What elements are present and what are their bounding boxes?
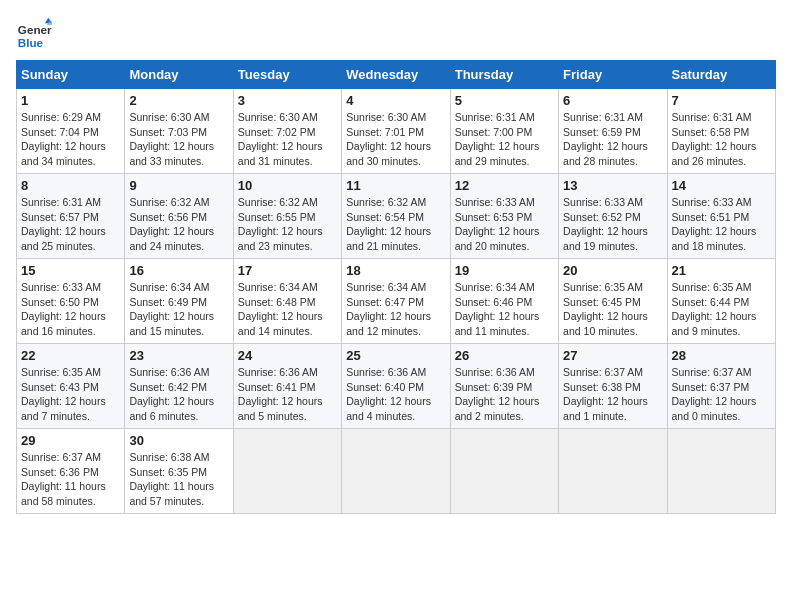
- day-number: 9: [129, 178, 228, 193]
- calendar-cell: 4 Sunrise: 6:30 AM Sunset: 7:01 PM Dayli…: [342, 89, 450, 174]
- day-number: 5: [455, 93, 554, 108]
- day-info: Sunrise: 6:33 AM Sunset: 6:51 PM Dayligh…: [672, 195, 771, 254]
- day-number: 23: [129, 348, 228, 363]
- day-info: Sunrise: 6:30 AM Sunset: 7:03 PM Dayligh…: [129, 110, 228, 169]
- svg-text:Blue: Blue: [18, 36, 44, 49]
- day-info: Sunrise: 6:34 AM Sunset: 6:46 PM Dayligh…: [455, 280, 554, 339]
- day-number: 12: [455, 178, 554, 193]
- day-info: Sunrise: 6:37 AM Sunset: 6:38 PM Dayligh…: [563, 365, 662, 424]
- day-number: 4: [346, 93, 445, 108]
- day-number: 1: [21, 93, 120, 108]
- calendar-cell: 19 Sunrise: 6:34 AM Sunset: 6:46 PM Dayl…: [450, 259, 558, 344]
- day-info: Sunrise: 6:34 AM Sunset: 6:47 PM Dayligh…: [346, 280, 445, 339]
- day-info: Sunrise: 6:35 AM Sunset: 6:43 PM Dayligh…: [21, 365, 120, 424]
- day-number: 19: [455, 263, 554, 278]
- day-info: Sunrise: 6:38 AM Sunset: 6:35 PM Dayligh…: [129, 450, 228, 509]
- day-number: 17: [238, 263, 337, 278]
- calendar-cell: 15 Sunrise: 6:33 AM Sunset: 6:50 PM Dayl…: [17, 259, 125, 344]
- weekday-header-sunday: Sunday: [17, 61, 125, 89]
- calendar-week-row: 29 Sunrise: 6:37 AM Sunset: 6:36 PM Dayl…: [17, 429, 776, 514]
- day-number: 16: [129, 263, 228, 278]
- day-number: 29: [21, 433, 120, 448]
- calendar-cell: 27 Sunrise: 6:37 AM Sunset: 6:38 PM Dayl…: [559, 344, 667, 429]
- day-number: 3: [238, 93, 337, 108]
- calendar-cell: 28 Sunrise: 6:37 AM Sunset: 6:37 PM Dayl…: [667, 344, 775, 429]
- calendar-cell: 9 Sunrise: 6:32 AM Sunset: 6:56 PM Dayli…: [125, 174, 233, 259]
- calendar-cell: 12 Sunrise: 6:33 AM Sunset: 6:53 PM Dayl…: [450, 174, 558, 259]
- calendar-cell: 1 Sunrise: 6:29 AM Sunset: 7:04 PM Dayli…: [17, 89, 125, 174]
- calendar-table: SundayMondayTuesdayWednesdayThursdayFrid…: [16, 60, 776, 514]
- calendar-cell: 11 Sunrise: 6:32 AM Sunset: 6:54 PM Dayl…: [342, 174, 450, 259]
- day-info: Sunrise: 6:34 AM Sunset: 6:49 PM Dayligh…: [129, 280, 228, 339]
- calendar-cell: 22 Sunrise: 6:35 AM Sunset: 6:43 PM Dayl…: [17, 344, 125, 429]
- day-info: Sunrise: 6:30 AM Sunset: 7:01 PM Dayligh…: [346, 110, 445, 169]
- calendar-cell: 3 Sunrise: 6:30 AM Sunset: 7:02 PM Dayli…: [233, 89, 341, 174]
- calendar-cell: 16 Sunrise: 6:34 AM Sunset: 6:49 PM Dayl…: [125, 259, 233, 344]
- day-number: 2: [129, 93, 228, 108]
- calendar-week-row: 15 Sunrise: 6:33 AM Sunset: 6:50 PM Dayl…: [17, 259, 776, 344]
- calendar-cell: 10 Sunrise: 6:32 AM Sunset: 6:55 PM Dayl…: [233, 174, 341, 259]
- calendar-cell: 17 Sunrise: 6:34 AM Sunset: 6:48 PM Dayl…: [233, 259, 341, 344]
- calendar-cell: 6 Sunrise: 6:31 AM Sunset: 6:59 PM Dayli…: [559, 89, 667, 174]
- calendar-cell: 25 Sunrise: 6:36 AM Sunset: 6:40 PM Dayl…: [342, 344, 450, 429]
- day-number: 14: [672, 178, 771, 193]
- calendar-cell: 7 Sunrise: 6:31 AM Sunset: 6:58 PM Dayli…: [667, 89, 775, 174]
- calendar-cell: 26 Sunrise: 6:36 AM Sunset: 6:39 PM Dayl…: [450, 344, 558, 429]
- day-info: Sunrise: 6:36 AM Sunset: 6:41 PM Dayligh…: [238, 365, 337, 424]
- day-info: Sunrise: 6:35 AM Sunset: 6:45 PM Dayligh…: [563, 280, 662, 339]
- logo-icon: General Blue: [16, 16, 52, 52]
- day-number: 7: [672, 93, 771, 108]
- calendar-cell: [233, 429, 341, 514]
- day-number: 21: [672, 263, 771, 278]
- day-number: 13: [563, 178, 662, 193]
- calendar-cell: 14 Sunrise: 6:33 AM Sunset: 6:51 PM Dayl…: [667, 174, 775, 259]
- day-info: Sunrise: 6:32 AM Sunset: 6:54 PM Dayligh…: [346, 195, 445, 254]
- day-info: Sunrise: 6:33 AM Sunset: 6:52 PM Dayligh…: [563, 195, 662, 254]
- day-number: 22: [21, 348, 120, 363]
- day-info: Sunrise: 6:31 AM Sunset: 6:59 PM Dayligh…: [563, 110, 662, 169]
- calendar-cell: 29 Sunrise: 6:37 AM Sunset: 6:36 PM Dayl…: [17, 429, 125, 514]
- calendar-cell: 24 Sunrise: 6:36 AM Sunset: 6:41 PM Dayl…: [233, 344, 341, 429]
- day-number: 18: [346, 263, 445, 278]
- calendar-cell: 18 Sunrise: 6:34 AM Sunset: 6:47 PM Dayl…: [342, 259, 450, 344]
- day-number: 26: [455, 348, 554, 363]
- calendar-cell: 23 Sunrise: 6:36 AM Sunset: 6:42 PM Dayl…: [125, 344, 233, 429]
- day-number: 24: [238, 348, 337, 363]
- day-info: Sunrise: 6:36 AM Sunset: 6:40 PM Dayligh…: [346, 365, 445, 424]
- logo: General Blue: [16, 16, 52, 52]
- day-info: Sunrise: 6:32 AM Sunset: 6:56 PM Dayligh…: [129, 195, 228, 254]
- day-info: Sunrise: 6:37 AM Sunset: 6:36 PM Dayligh…: [21, 450, 120, 509]
- calendar-cell: 13 Sunrise: 6:33 AM Sunset: 6:52 PM Dayl…: [559, 174, 667, 259]
- calendar-week-row: 8 Sunrise: 6:31 AM Sunset: 6:57 PM Dayli…: [17, 174, 776, 259]
- day-info: Sunrise: 6:32 AM Sunset: 6:55 PM Dayligh…: [238, 195, 337, 254]
- weekday-header-thursday: Thursday: [450, 61, 558, 89]
- day-info: Sunrise: 6:36 AM Sunset: 6:39 PM Dayligh…: [455, 365, 554, 424]
- day-info: Sunrise: 6:31 AM Sunset: 6:58 PM Dayligh…: [672, 110, 771, 169]
- day-number: 8: [21, 178, 120, 193]
- weekday-header-monday: Monday: [125, 61, 233, 89]
- calendar-week-row: 22 Sunrise: 6:35 AM Sunset: 6:43 PM Dayl…: [17, 344, 776, 429]
- day-info: Sunrise: 6:36 AM Sunset: 6:42 PM Dayligh…: [129, 365, 228, 424]
- calendar-cell: 20 Sunrise: 6:35 AM Sunset: 6:45 PM Dayl…: [559, 259, 667, 344]
- day-number: 28: [672, 348, 771, 363]
- calendar-week-row: 1 Sunrise: 6:29 AM Sunset: 7:04 PM Dayli…: [17, 89, 776, 174]
- day-info: Sunrise: 6:35 AM Sunset: 6:44 PM Dayligh…: [672, 280, 771, 339]
- day-number: 20: [563, 263, 662, 278]
- day-number: 11: [346, 178, 445, 193]
- calendar-cell: [667, 429, 775, 514]
- page-header: General Blue: [16, 16, 776, 52]
- calendar-cell: 2 Sunrise: 6:30 AM Sunset: 7:03 PM Dayli…: [125, 89, 233, 174]
- calendar-cell: [342, 429, 450, 514]
- weekday-header-tuesday: Tuesday: [233, 61, 341, 89]
- calendar-cell: [450, 429, 558, 514]
- day-info: Sunrise: 6:31 AM Sunset: 6:57 PM Dayligh…: [21, 195, 120, 254]
- weekday-header-wednesday: Wednesday: [342, 61, 450, 89]
- weekday-header-row: SundayMondayTuesdayWednesdayThursdayFrid…: [17, 61, 776, 89]
- day-info: Sunrise: 6:31 AM Sunset: 7:00 PM Dayligh…: [455, 110, 554, 169]
- day-number: 15: [21, 263, 120, 278]
- day-number: 25: [346, 348, 445, 363]
- day-info: Sunrise: 6:33 AM Sunset: 6:53 PM Dayligh…: [455, 195, 554, 254]
- calendar-cell: 21 Sunrise: 6:35 AM Sunset: 6:44 PM Dayl…: [667, 259, 775, 344]
- day-info: Sunrise: 6:34 AM Sunset: 6:48 PM Dayligh…: [238, 280, 337, 339]
- day-number: 10: [238, 178, 337, 193]
